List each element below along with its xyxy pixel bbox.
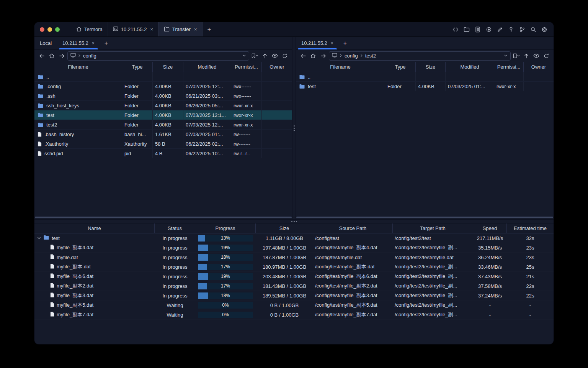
file-row[interactable]: .config Folder 4.00KB 07/02/2025 12:... … [34,82,292,91]
column-header-target-path[interactable]: Target Path [393,223,473,233]
column-header-source-path[interactable]: Source Path [313,223,393,233]
file-row[interactable]: .Xauthority Xauthority 58 B 06/22/2025 0… [34,139,292,149]
file-row-parent[interactable]: .. [34,72,292,82]
column-header-size[interactable]: Size [256,223,313,233]
file-row[interactable]: test2 Folder 4.00KB 07/03/2025 12:... rw… [34,120,292,130]
tab-termora[interactable]: Termora [71,22,108,36]
home-icon[interactable] [47,52,56,60]
column-header-filename[interactable]: Filename [296,62,385,72]
tab-remote-session[interactable]: 10.211.55.2 × [296,37,339,49]
home-icon[interactable] [309,52,317,60]
right-path-bar[interactable]: config test2 [329,51,511,61]
refresh-icon[interactable] [281,52,289,60]
new-pane-tab-button[interactable]: + [100,37,113,49]
tab-transfer[interactable]: Transfer × [158,22,203,36]
tab-terminal-session[interactable]: 10.211.55.2 × [108,22,158,36]
file-row-selected[interactable]: test Folder 4.00KB 07/03/2025 12:1... rw… [34,110,292,120]
settings-icon[interactable] [540,25,549,34]
path-segment[interactable]: config [345,53,358,59]
minimize-window-button[interactable] [47,27,52,32]
transfer-row[interactable]: myfile_副本4.dat In progress 19% 197.48MB … [34,243,554,253]
column-header-filename[interactable]: Filename [34,62,122,72]
record-icon[interactable] [485,25,493,34]
file-size: 4.00KB [416,82,446,91]
new-tab-button[interactable]: + [203,22,216,36]
progress-bar: 18% [198,292,253,299]
file-row-parent[interactable]: .. [296,72,554,82]
back-icon[interactable] [299,52,307,60]
column-header-type[interactable]: Type [122,62,153,72]
chevron-down-icon[interactable] [242,53,246,59]
column-header-modified[interactable]: Modified [446,62,494,72]
path-segment[interactable]: config [83,53,96,59]
show-hidden-icon[interactable] [271,52,279,60]
edit-icon[interactable] [496,25,504,34]
column-header-permissions[interactable]: Permissi... [494,62,524,72]
folder-icon[interactable] [462,25,471,34]
transfer-row[interactable]: myfile_副本3.dat In progress 18% 189.52MB … [34,291,554,301]
column-header-type[interactable]: Type [385,62,416,72]
upload-icon[interactable] [261,52,269,60]
key-icon[interactable] [507,25,515,34]
path-segment[interactable]: test2 [365,53,376,59]
transfer-name: myfile_副本5.dat [57,302,93,309]
left-path-bar[interactable]: config [67,51,249,61]
column-header-name[interactable]: Name [34,223,155,233]
column-header-estimated-time[interactable]: Estimated time [507,223,554,233]
file-row[interactable]: .ssh Folder 4.00KB 06/21/2025 03:... rwx… [34,91,292,101]
show-hidden-icon[interactable] [532,52,541,60]
transfer-row[interactable]: myfile_副本2.dat In progress 17% 181.43MB … [34,281,554,291]
file-type [122,72,153,81]
new-pane-tab-button[interactable]: + [339,37,351,49]
file-size [153,72,183,81]
refresh-icon[interactable] [542,52,550,60]
tab-remote-session[interactable]: 10.211.55.2 × [57,37,100,49]
log-icon[interactable] [474,25,482,34]
file-panes: Local 10.211.55.2 × + config [34,37,554,219]
close-icon[interactable]: × [150,26,153,32]
code-icon[interactable] [451,25,460,34]
upload-icon[interactable] [522,52,531,60]
forward-icon[interactable] [57,52,66,60]
forward-icon[interactable] [319,52,327,60]
column-header-owner[interactable]: Owner [262,62,292,72]
horizontal-scrollbar[interactable] [296,217,554,219]
column-header-speed[interactable]: Speed [473,223,507,233]
file-row[interactable]: test Folder 4.00KB 07/03/2025 01:... rwx… [296,82,554,91]
file-owner [262,149,292,158]
transfer-row[interactable]: myfile_副本5.dat Waiting 0% 0 B / 1.00GB /… [34,301,554,310]
column-header-owner[interactable]: Owner [524,62,554,72]
column-header-progress[interactable]: Progress [195,223,256,233]
search-icon[interactable] [529,25,537,34]
file-row[interactable]: sshd.pid pid 4 B 06/22/2025 10:... rw-r-… [34,149,292,158]
transfer-row[interactable]: myfile_副本.dat In progress 17% 180.97MB /… [34,262,554,272]
transfer-row[interactable]: myfile_副本6.dat In progress 19% 203.48MB … [34,272,554,281]
tab-local[interactable]: Local [34,37,57,49]
file-owner [262,91,292,100]
chevron-down-icon[interactable] [504,53,508,59]
close-icon[interactable]: × [92,41,95,46]
close-window-button[interactable] [40,27,44,32]
back-icon[interactable] [38,52,46,60]
transfer-row[interactable]: myfile.dat In progress 18% 187.87MB / 1.… [34,253,554,262]
transfer-row-folder[interactable]: test In progress 13% 1.11GB / 8.00GB /co… [34,233,554,243]
vertical-splitter[interactable] [292,37,296,219]
bookmark-icon[interactable] [512,52,521,60]
column-header-modified[interactable]: Modified [183,62,231,72]
close-icon[interactable]: × [194,26,197,32]
zoom-window-button[interactable] [55,27,60,32]
file-row[interactable]: ssh_host_keys Folder 4.00KB 06/26/2025 0… [34,101,292,110]
column-header-size[interactable]: Size [153,62,183,72]
branch-icon[interactable] [518,25,526,34]
column-header-permissions[interactable]: Permissi... [231,62,262,72]
horizontal-splitter[interactable] [34,219,554,223]
close-icon[interactable]: × [331,41,333,46]
horizontal-scrollbar[interactable] [34,217,292,219]
column-header-size[interactable]: Size [416,62,446,72]
column-header-status[interactable]: Status [155,223,195,233]
bookmark-icon[interactable] [251,52,259,60]
file-row[interactable]: .bash_history bash_hi... 1.61KB 07/03/20… [34,130,292,139]
transfer-row[interactable]: myfile_副本7.dat Waiting 0% 0 B / 1.00GB /… [34,310,554,320]
folder-icon [43,235,49,241]
chevron-down-icon[interactable] [37,235,41,241]
